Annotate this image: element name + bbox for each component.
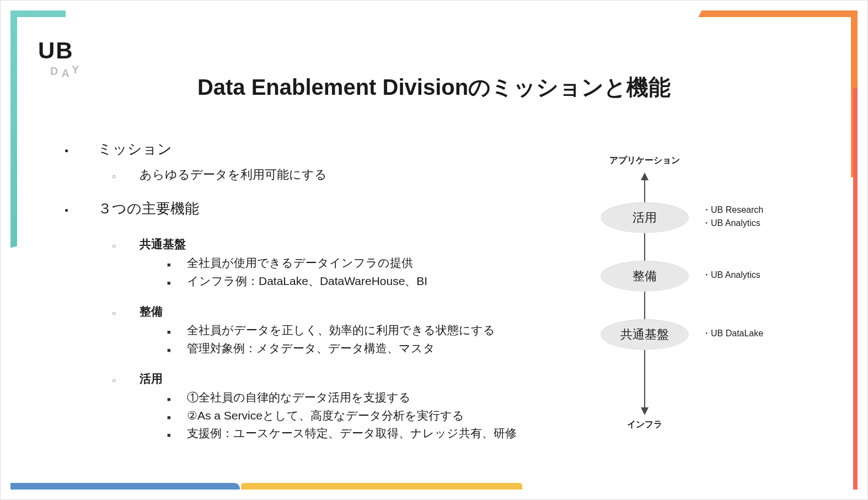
group-seibi: 整備 全社員がデータを正しく、効率的に利用できる状態にする 管理対象例：メタデー… [112,302,558,357]
pill-label: 活用 [633,209,657,226]
list-item: あらゆるデータを利用可能にする [112,165,558,184]
decoration-right [853,88,858,490]
note-line: ・UB Research [702,203,801,217]
decoration-bottom-left [10,483,240,490]
mission-sub-text: あらゆるデータを利用可能にする [140,168,327,181]
list-item: 全社員が使用できるデータインフラの提供 [167,254,558,272]
bullet-mission-text: ミッション [98,141,172,157]
list-item: ②As a Serviceとして、高度なデータ分析を実行する [167,407,558,425]
pill-katsuyo-notes: ・UB Research ・UB Analytics [702,203,801,230]
group-kiban-title: 共通基盤 [140,238,186,250]
decoration-bottom-mid [241,483,522,490]
diagram-bottom-label: インフラ [590,419,700,431]
note-line: ・UB DataLake [702,327,801,340]
note-line: ・UB Analytics [702,217,801,230]
bullet-mission: ミッション あらゆるデータを利用可能にする [61,138,558,184]
group-katsuyo: 活用 ①全社員の自律的なデータ活用を支援する ②As a Serviceとして、… [112,369,558,443]
slide-viewport: UB DAY Data Enablement Divisionのミッションと機能… [0,0,868,500]
list-item: 管理対象例：メタデータ、データ構造、マスタ [167,340,558,358]
pill-kiban-notes: ・UB DataLake [702,327,801,340]
pill-label: 整備 [633,268,657,284]
group-seibi-title: 整備 [140,305,163,318]
list-item: 支援例：ユースケース特定、データ取得、ナレッジ共有、研修 [167,424,558,443]
group-katsuyo-title: 活用 [140,372,163,385]
pill-kiban: 共通基盤 [601,319,689,350]
bullet-functions: ３つの主要機能 共通基盤 全社員が使用できるデータインフラの提供 インフラ例：D… [61,198,558,443]
note-line: ・UB Analytics [702,268,801,282]
slide-title: Data Enablement Divisionのミッションと機能 [17,72,851,103]
list-item: インフラ例：DataLake、DataWareHouse、BI [167,272,558,291]
bullet-content: ミッション あらゆるデータを利用可能にする ３つの主要機能 共通基盤 [61,138,558,457]
pill-seibi-notes: ・UB Analytics [702,268,801,282]
list-item: ①全社員の自律的なデータ活用を支援する [167,389,558,407]
bullet-functions-text: ３つの主要機能 [98,200,199,217]
pill-label: 共通基盤 [620,326,669,343]
list-item: 全社員がデータを正しく、効率的に利用できる状態にする [167,321,558,340]
slide-inner: UB DAY Data Enablement Divisionのミッションと機能… [17,17,851,483]
logo: UB DAY [38,39,82,77]
diagram-top-label: アプリケーション [590,155,700,166]
logo-line1: UB [38,39,82,62]
group-kiban: 共通基盤 全社員が使用できるデータインフラの提供 インフラ例：DataLake、… [112,235,558,290]
layer-diagram: アプリケーション 活用 ・UB Research ・UB Analytics 整… [575,155,801,431]
pill-seibi: 整備 [601,261,689,292]
pill-katsuyo: 活用 [601,202,689,233]
slide-frame: UB DAY Data Enablement Divisionのミッションと機能… [10,10,858,490]
